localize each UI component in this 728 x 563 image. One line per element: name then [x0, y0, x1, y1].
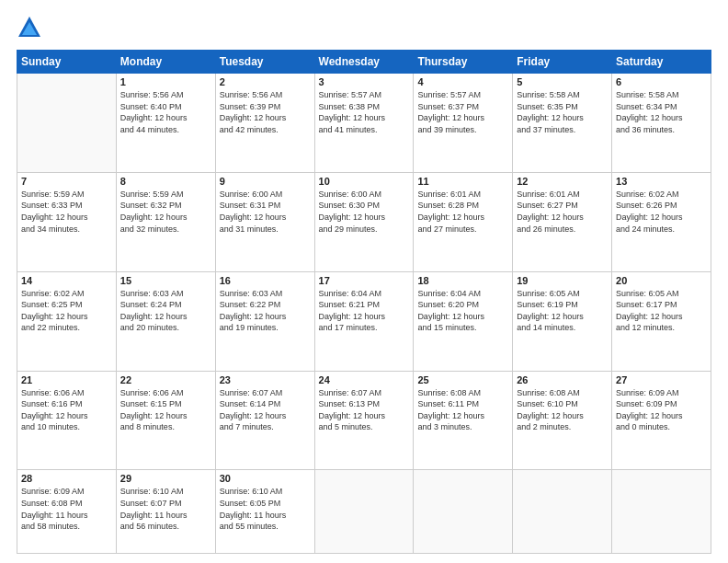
day-info: Sunrise: 6:02 AMSunset: 6:26 PMDaylight:…: [616, 189, 707, 235]
day-number: 27: [616, 374, 707, 385]
day-info: Sunrise: 6:09 AMSunset: 6:08 PMDaylight:…: [21, 486, 112, 532]
calendar-cell: 7Sunrise: 5:59 AMSunset: 6:33 PMDaylight…: [17, 172, 117, 271]
day-info: Sunrise: 6:05 AMSunset: 6:19 PMDaylight:…: [517, 288, 608, 334]
calendar-table: SundayMondayTuesdayWednesdayThursdayFrid…: [17, 50, 711, 554]
week-row-4: 21Sunrise: 6:06 AMSunset: 6:16 PMDayligh…: [17, 371, 711, 470]
calendar-cell: 11Sunrise: 6:01 AMSunset: 6:28 PMDayligh…: [414, 172, 513, 271]
day-info: Sunrise: 6:00 AMSunset: 6:31 PMDaylight:…: [220, 189, 311, 235]
calendar-cell: 5Sunrise: 5:58 AMSunset: 6:35 PMDaylight…: [513, 74, 612, 173]
day-number: 17: [319, 275, 410, 286]
calendar-cell: 1Sunrise: 5:56 AMSunset: 6:40 PMDaylight…: [116, 74, 215, 173]
day-info: Sunrise: 6:10 AMSunset: 6:07 PMDaylight:…: [120, 486, 211, 532]
calendar-cell: 13Sunrise: 6:02 AMSunset: 6:26 PMDayligh…: [612, 172, 711, 271]
calendar-cell: 19Sunrise: 6:05 AMSunset: 6:19 PMDayligh…: [513, 271, 612, 371]
day-info: Sunrise: 6:08 AMSunset: 6:11 PMDaylight:…: [417, 387, 508, 433]
day-info: Sunrise: 6:07 AMSunset: 6:13 PMDaylight:…: [319, 387, 410, 433]
weekday-header-tuesday: Tuesday: [215, 51, 314, 74]
day-info: Sunrise: 6:04 AMSunset: 6:20 PMDaylight:…: [417, 288, 508, 334]
day-info: Sunrise: 6:10 AMSunset: 6:05 PMDaylight:…: [220, 486, 311, 532]
day-number: 7: [21, 176, 112, 187]
calendar-cell: 29Sunrise: 6:10 AMSunset: 6:07 PMDayligh…: [116, 470, 215, 554]
day-number: 28: [21, 473, 112, 484]
weekday-header-saturday: Saturday: [612, 51, 711, 74]
weekday-header-wednesday: Wednesday: [314, 51, 414, 74]
day-number: 21: [21, 374, 112, 385]
day-number: 6: [616, 76, 707, 87]
day-info: Sunrise: 6:05 AMSunset: 6:17 PMDaylight:…: [616, 288, 707, 334]
calendar-cell: 18Sunrise: 6:04 AMSunset: 6:20 PMDayligh…: [414, 271, 513, 371]
day-number: 8: [120, 176, 211, 187]
day-number: 26: [517, 374, 608, 385]
day-number: 24: [319, 374, 410, 385]
day-number: 5: [517, 76, 608, 87]
weekday-header-friday: Friday: [513, 51, 612, 74]
calendar-cell: 12Sunrise: 6:01 AMSunset: 6:27 PMDayligh…: [513, 172, 612, 271]
day-number: 23: [220, 374, 311, 385]
day-number: 29: [120, 473, 211, 484]
day-info: Sunrise: 6:07 AMSunset: 6:14 PMDaylight:…: [220, 387, 311, 433]
day-number: 11: [417, 176, 508, 187]
weekday-header-monday: Monday: [116, 51, 215, 74]
page: SundayMondayTuesdayWednesdayThursdayFrid…: [0, 0, 728, 563]
weekday-header-thursday: Thursday: [414, 51, 513, 74]
calendar-cell: [17, 74, 117, 173]
day-number: 14: [21, 275, 112, 286]
day-number: 15: [120, 275, 211, 286]
calendar-cell: [513, 470, 612, 554]
calendar-cell: 10Sunrise: 6:00 AMSunset: 6:30 PMDayligh…: [314, 172, 414, 271]
logo-icon: [17, 15, 42, 40]
calendar-cell: 8Sunrise: 5:59 AMSunset: 6:32 PMDaylight…: [116, 172, 215, 271]
calendar-cell: [414, 470, 513, 554]
calendar-cell: 6Sunrise: 5:58 AMSunset: 6:34 PMDaylight…: [612, 74, 711, 173]
day-number: 12: [517, 176, 608, 187]
day-info: Sunrise: 5:58 AMSunset: 6:34 PMDaylight:…: [616, 89, 707, 135]
day-info: Sunrise: 5:56 AMSunset: 6:39 PMDaylight:…: [220, 89, 311, 135]
week-row-2: 7Sunrise: 5:59 AMSunset: 6:33 PMDaylight…: [17, 172, 711, 271]
calendar-cell: 22Sunrise: 6:06 AMSunset: 6:15 PMDayligh…: [116, 371, 215, 470]
day-info: Sunrise: 6:00 AMSunset: 6:30 PMDaylight:…: [319, 189, 410, 235]
day-info: Sunrise: 6:01 AMSunset: 6:28 PMDaylight:…: [417, 189, 508, 235]
day-number: 3: [319, 76, 410, 87]
calendar-cell: 23Sunrise: 6:07 AMSunset: 6:14 PMDayligh…: [215, 371, 314, 470]
calendar-cell: 26Sunrise: 6:08 AMSunset: 6:10 PMDayligh…: [513, 371, 612, 470]
calendar-cell: 28Sunrise: 6:09 AMSunset: 6:08 PMDayligh…: [17, 470, 117, 554]
day-number: 10: [319, 176, 410, 187]
day-info: Sunrise: 6:06 AMSunset: 6:16 PMDaylight:…: [21, 387, 112, 433]
calendar-cell: [612, 470, 711, 554]
day-number: 13: [616, 176, 707, 187]
week-row-5: 28Sunrise: 6:09 AMSunset: 6:08 PMDayligh…: [17, 470, 711, 554]
day-info: Sunrise: 6:04 AMSunset: 6:21 PMDaylight:…: [319, 288, 410, 334]
calendar-cell: 30Sunrise: 6:10 AMSunset: 6:05 PMDayligh…: [215, 470, 314, 554]
calendar-cell: 4Sunrise: 5:57 AMSunset: 6:37 PMDaylight…: [414, 74, 513, 173]
day-number: 22: [120, 374, 211, 385]
calendar-cell: 25Sunrise: 6:08 AMSunset: 6:11 PMDayligh…: [414, 371, 513, 470]
day-number: 20: [616, 275, 707, 286]
day-info: Sunrise: 5:57 AMSunset: 6:38 PMDaylight:…: [319, 89, 410, 135]
day-number: 25: [417, 374, 508, 385]
calendar-cell: 21Sunrise: 6:06 AMSunset: 6:16 PMDayligh…: [17, 371, 117, 470]
logo: [17, 15, 46, 40]
day-info: Sunrise: 5:59 AMSunset: 6:32 PMDaylight:…: [120, 189, 211, 235]
header: [17, 15, 711, 40]
day-info: Sunrise: 6:03 AMSunset: 6:24 PMDaylight:…: [120, 288, 211, 334]
day-info: Sunrise: 6:03 AMSunset: 6:22 PMDaylight:…: [220, 288, 311, 334]
day-number: 18: [417, 275, 508, 286]
day-number: 2: [220, 76, 311, 87]
calendar-cell: 17Sunrise: 6:04 AMSunset: 6:21 PMDayligh…: [314, 271, 414, 371]
calendar-cell: 20Sunrise: 6:05 AMSunset: 6:17 PMDayligh…: [612, 271, 711, 371]
day-info: Sunrise: 5:56 AMSunset: 6:40 PMDaylight:…: [120, 89, 211, 135]
day-info: Sunrise: 6:08 AMSunset: 6:10 PMDaylight:…: [517, 387, 608, 433]
day-info: Sunrise: 6:09 AMSunset: 6:09 PMDaylight:…: [616, 387, 707, 433]
calendar-cell: 16Sunrise: 6:03 AMSunset: 6:22 PMDayligh…: [215, 271, 314, 371]
calendar-cell: [314, 470, 414, 554]
day-info: Sunrise: 5:58 AMSunset: 6:35 PMDaylight:…: [517, 89, 608, 135]
day-info: Sunrise: 6:06 AMSunset: 6:15 PMDaylight:…: [120, 387, 211, 433]
calendar-cell: 2Sunrise: 5:56 AMSunset: 6:39 PMDaylight…: [215, 74, 314, 173]
day-info: Sunrise: 6:02 AMSunset: 6:25 PMDaylight:…: [21, 288, 112, 334]
weekday-header-row: SundayMondayTuesdayWednesdayThursdayFrid…: [17, 51, 711, 74]
day-number: 30: [220, 473, 311, 484]
day-number: 9: [220, 176, 311, 187]
calendar-cell: 15Sunrise: 6:03 AMSunset: 6:24 PMDayligh…: [116, 271, 215, 371]
day-number: 1: [120, 76, 211, 87]
week-row-1: 1Sunrise: 5:56 AMSunset: 6:40 PMDaylight…: [17, 74, 711, 173]
